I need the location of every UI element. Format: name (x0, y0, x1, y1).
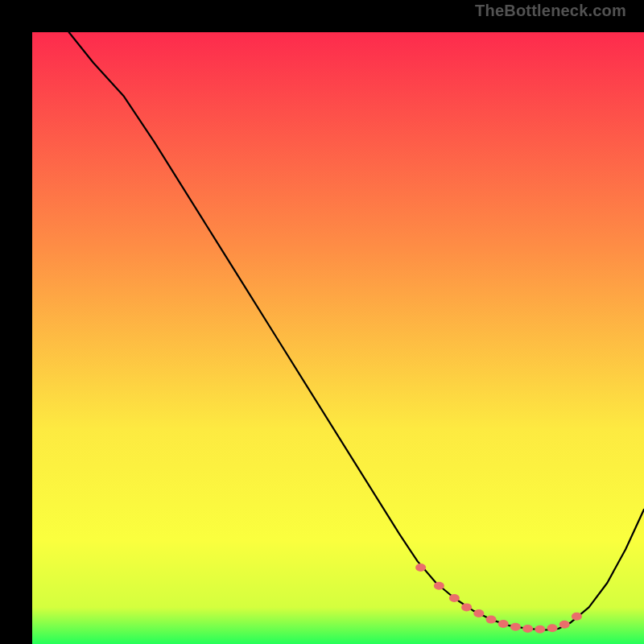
watermark-text: TheBottleneck.com (475, 2, 626, 20)
valley-marker (498, 620, 509, 628)
valley-marker (559, 621, 570, 629)
gradient-background (32, 32, 644, 644)
valley-marker (434, 582, 444, 590)
valley-marker (449, 594, 460, 602)
valley-marker (510, 623, 521, 631)
valley-marker (415, 564, 426, 572)
chart-svg (32, 32, 644, 644)
valley-marker (572, 613, 582, 621)
valley-marker (522, 625, 533, 633)
valley-marker (473, 609, 484, 617)
valley-marker (461, 603, 472, 611)
valley-marker (547, 624, 558, 632)
valley-marker (486, 616, 497, 624)
chart-frame (16, 16, 628, 628)
valley-marker (535, 625, 545, 634)
